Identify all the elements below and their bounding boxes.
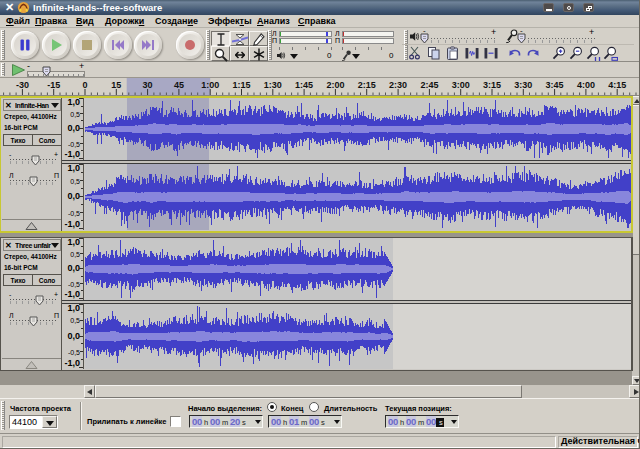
svg-text:3:30: 3:30	[514, 80, 532, 90]
svg-text:0: 0	[82, 80, 87, 90]
svg-text:45: 45	[174, 80, 184, 90]
svg-text:2:00: 2:00	[326, 80, 344, 90]
svg-text:1:15: 1:15	[232, 80, 250, 90]
svg-text:4:00: 4:00	[577, 80, 595, 90]
svg-text:-30: -30	[16, 80, 29, 90]
svg-text:3:00: 3:00	[452, 80, 470, 90]
svg-text:-15: -15	[47, 80, 60, 90]
svg-text:4:15: 4:15	[608, 80, 626, 90]
svg-text:3:45: 3:45	[546, 80, 564, 90]
svg-text:2:30: 2:30	[389, 80, 407, 90]
svg-text:2:45: 2:45	[420, 80, 438, 90]
svg-text:1:30: 1:30	[264, 80, 282, 90]
svg-text:30: 30	[143, 80, 153, 90]
svg-text:2:15: 2:15	[358, 80, 376, 90]
svg-text:1:00: 1:00	[201, 80, 219, 90]
svg-text:1:45: 1:45	[295, 80, 313, 90]
svg-text:15: 15	[111, 80, 121, 90]
svg-text:3:15: 3:15	[483, 80, 501, 90]
